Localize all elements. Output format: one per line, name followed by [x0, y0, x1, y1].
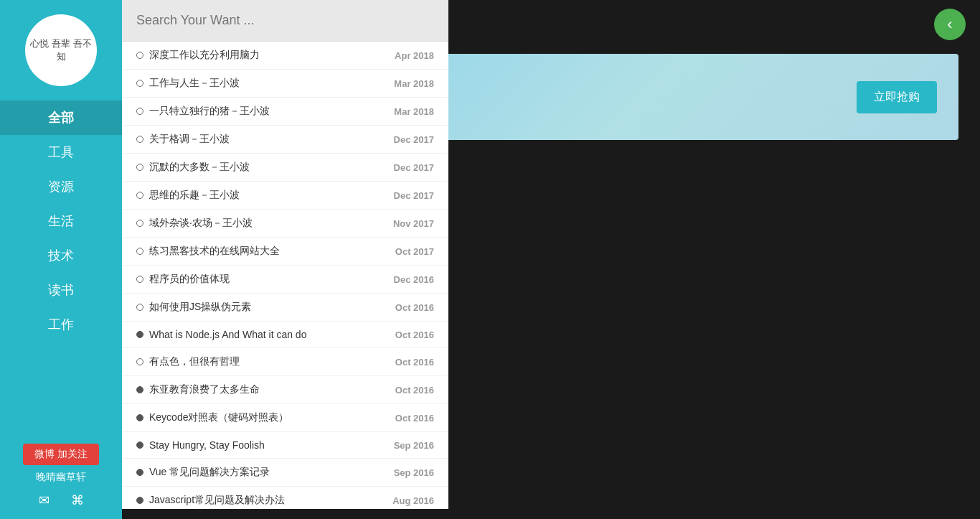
sidebar: 心悦 吾辈 吾不知 全部 工具 资源 生活 技术 读书 工作 微博 加关注 晚晴…	[0, 0, 122, 519]
weibo-follow-button[interactable]: 微博 加关注	[23, 444, 99, 465]
search-result-item[interactable]: 一只特立独行的猪－王小波Mar 2018	[122, 98, 448, 126]
result-dot-icon	[136, 192, 143, 199]
sidebar-footer: ✉ ⌘	[39, 492, 84, 508]
search-result-item[interactable]: 程序员的价值体现Dec 2016	[122, 266, 448, 294]
search-result-item[interactable]: 思维的乐趣－王小波Dec 2017	[122, 182, 448, 210]
search-results-list: 深度工作以充分利用脑力Apr 2018工作与人生－王小波Mar 2018一只特立…	[122, 42, 448, 509]
username-label[interactable]: 晚晴幽草轩	[36, 471, 86, 484]
result-dot-icon	[136, 80, 143, 87]
result-title: Stay Hungry, Stay Foolish	[149, 439, 265, 451]
result-date: Dec 2017	[394, 162, 434, 173]
search-result-item[interactable]: 有点色，但很有哲理Oct 2016	[122, 348, 448, 376]
result-date: Oct 2016	[395, 413, 434, 424]
result-date: Sep 2016	[394, 440, 434, 451]
search-result-item[interactable]: 东亚教育浪费了太多生命Oct 2016	[122, 376, 448, 404]
logo-text: 心悦 吾辈 吾不知	[25, 34, 97, 67]
search-result-item[interactable]: Vue 常见问题解决方案记录Sep 2016	[122, 459, 448, 487]
result-dot-icon	[136, 52, 143, 59]
result-title: 思维的乐趣－王小波	[149, 189, 240, 202]
result-date: Aug 2016	[392, 495, 434, 506]
back-button[interactable]: ‹	[934, 9, 966, 40]
result-title: 工作与人生－王小波	[149, 77, 240, 90]
result-title: Javascript常见问题及解决办法	[149, 494, 285, 507]
search-result-item[interactable]: What is Node.js And What it can doOct 20…	[122, 322, 448, 348]
result-title: 域外杂谈·农场－王小波	[149, 217, 253, 230]
result-title: Keycode对照表（键码对照表）	[149, 411, 288, 424]
result-title: 练习黑客技术的在线网站大全	[149, 245, 280, 258]
search-result-item[interactable]: Keycode对照表（键码对照表）Oct 2016	[122, 404, 448, 432]
sidebar-item-reading[interactable]: 读书	[0, 273, 122, 307]
result-date: Mar 2018	[394, 78, 434, 89]
result-dot-icon	[136, 386, 143, 393]
result-date: Dec 2016	[394, 274, 434, 285]
buy-button[interactable]: 立即抢购	[857, 81, 937, 113]
result-title: 深度工作以充分利用脑力	[149, 49, 260, 62]
result-title: Vue 常见问题解决方案记录	[149, 466, 270, 479]
result-date: Oct 2016	[395, 357, 434, 368]
result-title: 有点色，但很有哲理	[149, 355, 240, 368]
result-title: What is Node.js And What it can do	[149, 329, 306, 340]
mail-icon[interactable]: ✉	[39, 492, 50, 508]
search-input[interactable]	[136, 13, 434, 28]
result-date: Sep 2016	[394, 467, 434, 478]
sidebar-item-tools[interactable]: 工具	[0, 135, 122, 169]
logo: 心悦 吾辈 吾不知	[25, 14, 97, 86]
result-date: Dec 2017	[394, 190, 434, 201]
result-title: 程序员的价值体现	[149, 273, 230, 286]
search-result-item[interactable]: 关于格调－王小波Dec 2017	[122, 126, 448, 154]
search-input-area	[122, 0, 448, 42]
result-date: Oct 2016	[395, 302, 434, 313]
result-date: Oct 2016	[395, 329, 434, 340]
nav-menu: 全部 工具 资源 生活 技术 读书 工作	[0, 100, 122, 342]
result-dot-icon	[136, 220, 143, 227]
result-dot-icon	[136, 248, 143, 255]
result-date: Mar 2018	[394, 106, 434, 117]
search-result-item[interactable]: 域外杂谈·农场－王小波Nov 2017	[122, 210, 448, 238]
result-date: Dec 2017	[394, 134, 434, 145]
result-date: Oct 2016	[395, 385, 434, 396]
result-dot-icon	[136, 469, 143, 476]
search-result-item[interactable]: 工作与人生－王小波Mar 2018	[122, 70, 448, 98]
search-result-item[interactable]: Javascript常见问题及解决办法Aug 2016	[122, 487, 448, 509]
back-arrow-icon: ‹	[947, 15, 952, 34]
result-dot-icon	[136, 414, 143, 421]
search-result-item[interactable]: 深度工作以充分利用脑力Apr 2018	[122, 42, 448, 70]
sidebar-item-resources[interactable]: 资源	[0, 169, 122, 204]
result-dot-icon	[136, 164, 143, 171]
result-title: 一只特立独行的猪－王小波	[149, 105, 270, 118]
sidebar-item-all[interactable]: 全部	[0, 100, 122, 135]
result-dot-icon	[136, 304, 143, 311]
result-dot-icon	[136, 136, 143, 143]
result-title: 沉默的大多数－王小波	[149, 161, 250, 174]
search-result-item[interactable]: 沉默的大多数－王小波Dec 2017	[122, 154, 448, 182]
search-result-item[interactable]: Stay Hungry, Stay FoolishSep 2016	[122, 432, 448, 459]
search-result-item[interactable]: 如何使用JS操纵伪元素Oct 2016	[122, 294, 448, 322]
search-dropdown: 深度工作以充分利用脑力Apr 2018工作与人生－王小波Mar 2018一只特立…	[122, 0, 448, 509]
result-dot-icon	[136, 108, 143, 115]
result-dot-icon	[136, 441, 143, 449]
rss-icon[interactable]: ⌘	[71, 492, 84, 508]
sidebar-item-tech[interactable]: 技术	[0, 238, 122, 273]
sidebar-item-work[interactable]: 工作	[0, 307, 122, 342]
result-dot-icon	[136, 358, 143, 365]
result-title: 东亚教育浪费了太多生命	[149, 383, 260, 396]
sidebar-item-life[interactable]: 生活	[0, 204, 122, 238]
search-result-item[interactable]: 练习黑客技术的在线网站大全Oct 2017	[122, 238, 448, 266]
result-date: Nov 2017	[393, 218, 434, 229]
result-date: Oct 2017	[395, 246, 434, 257]
weibo-icon: 微博	[34, 448, 55, 461]
result-dot-icon	[136, 276, 143, 283]
result-dot-icon	[136, 497, 143, 504]
result-title: 如何使用JS操纵伪元素	[149, 301, 251, 314]
result-dot-icon	[136, 331, 143, 338]
result-title: 关于格调－王小波	[149, 133, 230, 146]
result-date: Apr 2018	[395, 50, 434, 61]
